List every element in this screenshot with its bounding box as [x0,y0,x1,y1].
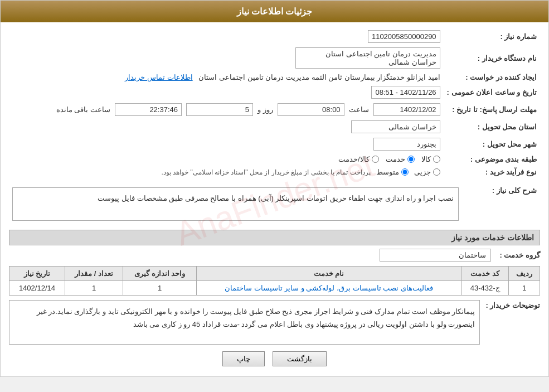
purchase-type-cell: جزیی متوسط پرداخت تمام یا بخشی از مبلغ خ… [9,166,444,178]
col-need-date: تاریخ نیاز [9,267,65,281]
remaining-time-box: 22:37:46 [115,103,182,116]
col-unit: واحد اندازه گیری [123,267,197,281]
page-container: جزئیات اطلاعات نیاز AnaFinder.net شماره … [0,0,549,377]
radio-motavasset-label: متوسط [376,168,399,176]
button-row: بازگشت چاپ [9,351,540,366]
response-deadline-cell: 1402/12/02 ساعت 08:00 روز و 5 22:37:46 س… [9,101,444,118]
need-number-value: 1102005850000290 [53,28,444,45]
response-time-label: ساعت [349,105,369,114]
announcement-date-cell: 1402/11/26 - 08:51 [53,84,444,101]
cell-quantity: 1 [65,281,123,296]
table-row: 1 ج-432-43 فعالیت‌های نصب تاسیسات برق، ل… [9,281,540,296]
province-box: خراسان شمالی [351,120,440,133]
back-button[interactable]: بازگشت [273,351,327,366]
page-header: جزئیات اطلاعات نیاز [1,1,548,22]
radio-khadamat: خدمت [386,155,415,163]
response-deadline-label: مهلت ارسال پاسخ: تا تاریخ : [444,101,540,118]
radio-motavasset: متوسط [376,168,409,176]
org-name-box: مدیریت درمان تامین اجتماعی استان خراسان … [295,47,440,69]
city-value-cell: بجنورد [53,135,444,153]
cell-service-name: فعالیت‌های نصب تاسیسات برق، لوله‌کشی و س… [196,281,461,296]
announcement-label: تاریخ و ساعت اعلان عمومی : [444,84,540,101]
cell-need-date: 1402/12/14 [9,281,65,296]
org-name-value: مدیریت درمان تامین اجتماعی استان خراسان … [9,45,444,71]
creator-label: ایجاد کننده در خواست : [444,71,540,84]
need-number-label: شماره نیاز : [444,28,540,45]
need-number-box: 1102005850000290 [368,30,440,43]
main-info-table: شماره نیاز : 1102005850000290 نام دستگاه… [9,28,540,178]
response-date-box: 1402/12/02 [373,103,440,116]
page-title: جزئیات اطلاعات نیاز [237,7,313,16]
service-group-value: ساختمان [380,249,491,262]
creator-text: امید ایزانلو خدمتگزار بیمارستان ثامن الئ… [198,73,440,81]
col-service-name: نام خدمت [196,267,461,281]
col-quantity: تعداد / مقدار [65,267,123,281]
cell-unit: 1 [123,281,197,296]
creator-value-cell: امید ایزانلو خدمتگزار بیمارستان ثامن الئ… [9,71,444,84]
radio-kala-khadamat-input[interactable] [372,156,379,163]
radio-motavasset-input[interactable] [401,168,409,176]
description-cell: نصب اجرا و راه اندازی جهت اطفاء حریق اتو… [9,183,462,225]
col-service-code: کد خدمت [461,267,509,281]
city-label: شهر محل تحویل : [444,135,540,153]
content-area: AnaFinder.net شماره نیاز : 1102005850000… [1,22,548,376]
response-days-box: 5 [186,103,253,116]
print-button[interactable]: چاپ [222,351,265,366]
buyer-notes-label: توضیحات خریدار : [485,300,540,309]
purchase-type-desc: پرداخت تمام یا بخشی از مبلغ خریدار از مح… [161,168,370,176]
purchase-type-label: نوع فرآیند خرید : [444,166,540,178]
category-label: طبقه بندی موضوعی : [444,153,540,166]
radio-kala-label: کالا [421,155,431,163]
radio-kala-input[interactable] [433,156,440,163]
buyer-notes-box: پیمانکار موظف است تمام مدارک فنی و شرایط… [9,300,480,345]
service-group-label: گروه خدمت : [499,251,540,259]
remaining-label: ساعت باقی مانده [56,105,110,114]
response-days-label: روز و [258,105,273,114]
response-time-box: 08:00 [278,103,344,116]
items-table: ردیف کد خدمت نام خدمت واحد اندازه گیری ت… [9,266,540,296]
province-label: استان محل تحویل : [444,118,540,135]
radio-khadamat-input[interactable] [407,156,415,163]
cell-row-num: 1 [509,281,540,296]
radio-kala-khadamat-label: کالا/خدمت [338,155,370,163]
service-group-row: گروه خدمت : ساختمان [9,249,540,262]
cell-service-code: ج-432-43 [461,281,509,296]
col-row-num: ردیف [509,267,540,281]
category-cell: کالا خدمت کالا/خدمت [9,153,444,166]
radio-khadamat-label: خدمت [386,155,405,163]
radio-jozii: جزیی [414,168,440,176]
category-radio-group: کالا خدمت کالا/خدمت [12,155,440,163]
province-value-cell: خراسان شمالی [53,118,444,135]
radio-kala-khadamat: کالا/خدمت [338,155,379,163]
description-table: شرح کلی نیاز : نصب اجرا و راه اندازی جهت… [9,183,540,225]
announcement-date-box: 1402/11/26 - 08:51 [371,86,440,99]
description-box: نصب اجرا و راه اندازی جهت اطفاء حریق اتو… [12,187,459,221]
city-box: بجنورد [373,138,440,151]
services-section-title: اطلاعات خدمات مورد نیاز [9,230,540,245]
org-name-label: نام دستگاه خریدار : [444,45,540,71]
buyer-notes-row: توضیحات خریدار : پیمانکار موظف است تمام … [9,300,540,345]
radio-jozii-input[interactable] [433,168,440,176]
description-label: شرح کلی نیاز : [462,183,540,225]
radio-jozii-label: جزیی [414,168,431,176]
creator-link[interactable]: اطلاعات تماس خریدار [125,73,192,81]
radio-kala: کالا [421,155,440,163]
purchase-type-row: جزیی متوسط پرداخت تمام یا بخشی از مبلغ خ… [12,168,440,176]
